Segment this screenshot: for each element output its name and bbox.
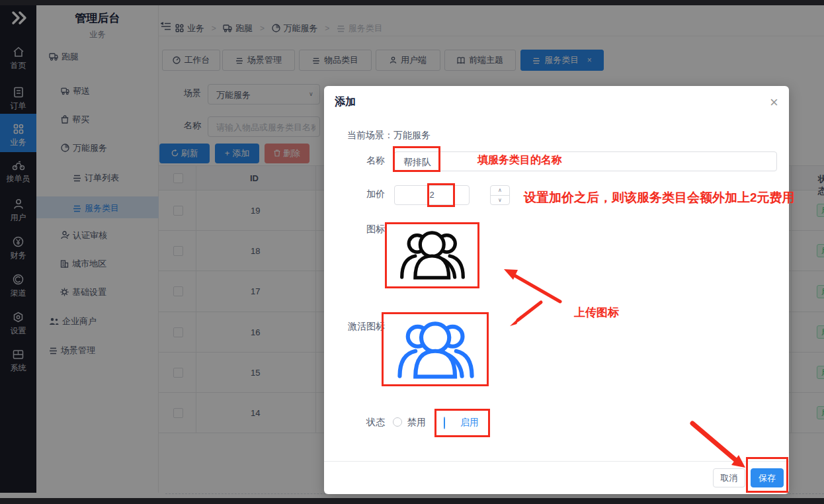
stepper-up-icon[interactable]: ∧ [491,186,509,195]
annotation-price-tip: 设置加价之后，则该服务类目会额外加上2元费用 [524,189,795,206]
dialog-title: 添加 [335,95,356,109]
icon-label: 图标 [341,224,385,235]
annotation-box-save [746,457,788,493]
annotation-name-tip: 填服务类目的名称 [477,153,562,167]
stepper-down-icon[interactable]: ∨ [491,195,509,204]
current-scene: 当前场景：万能服务 [347,130,431,142]
annotation-box-name [393,146,440,172]
price-stepper[interactable]: ∧ ∨ [490,185,510,205]
annotation-box-icon [385,222,479,288]
active-icon-label: 激活图标 [341,321,385,333]
radio-disabled[interactable] [393,417,402,427]
name-label: 名称 [341,155,385,167]
current-scene-label: 当前场景： [347,130,393,140]
annotation-upload-tip: 上传图标 [574,305,619,320]
bottom-window-bar [0,498,824,504]
close-icon[interactable]: × [770,95,778,110]
annotation-box-price [427,183,455,207]
current-scene-value: 万能服务 [393,130,431,140]
cancel-button[interactable]: 取消 [713,468,745,487]
price-label: 加价 [341,189,385,200]
radio-disabled-label[interactable]: 禁用 [407,417,426,429]
name-input[interactable]: 帮排队 [394,151,777,171]
top-window-bar [0,0,824,5]
annotation-box-status [434,409,490,437]
admin-app: 首页 订单 业务 接单员 用户 财务 渠道 设置 [0,0,824,504]
status-label: 状态 [341,417,385,429]
annotation-box-active-icon [382,312,489,386]
dialog-footer-divider [324,461,789,462]
